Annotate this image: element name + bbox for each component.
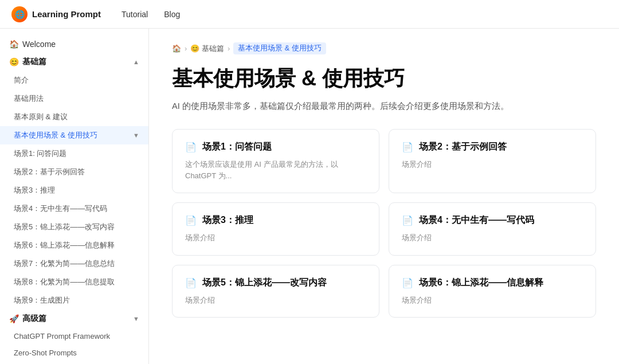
page-description: AI 的使用场景非常多，基础篇仅介绍最最常用的两种。后续会介绍更多使用场景和方法… (172, 100, 596, 113)
breadcrumb: 🏠 › 😊 基础篇 › 基本使用场景 & 使用技巧 (172, 42, 596, 54)
sidebar-item-scene6[interactable]: 场景6：锦上添花——信息解释 (0, 236, 148, 255)
card-scene3-icon: 📄 (185, 215, 197, 226)
card-scene4-desc: 场景介绍 (402, 232, 583, 244)
sidebar-item-principles[interactable]: 基本原则 & 建议 (0, 108, 148, 126)
breadcrumb-home[interactable]: 🏠 (172, 44, 181, 53)
card-scene2-title: 📄 场景2：基于示例回答 (402, 141, 583, 153)
basics-chevron: ▲ (133, 58, 139, 65)
nav-tutorial[interactable]: Tutorial (115, 6, 155, 22)
nav-logo[interactable]: 🌐 Learning Prompt (11, 6, 101, 22)
scenes-chevron: ▼ (133, 132, 139, 139)
card-scene2-desc: 场景介绍 (402, 159, 583, 170)
layout: 🏠 Welcome 😊 基础篇 ▲ 简介 基础用法 基本原则 & 建议 基本使用… (0, 29, 619, 364)
card-scene5-desc: 场景介绍 (185, 295, 366, 306)
advanced-chevron: ▼ (133, 315, 139, 322)
card-scene4[interactable]: 📄 场景4：无中生有——写代码 场景介绍 (389, 202, 596, 256)
card-scene6-desc: 场景介绍 (402, 295, 583, 306)
card-scene5-icon: 📄 (185, 277, 197, 288)
card-scene3-desc: 场景介绍 (185, 232, 366, 244)
card-scene4-icon: 📄 (402, 215, 413, 226)
card-scene6[interactable]: 📄 场景6：锦上添花——信息解释 场景介绍 (389, 265, 596, 318)
sidebar-item-scene3[interactable]: 场景3：推理 (0, 181, 148, 199)
sidebar-section-advanced[interactable]: 🚀 高级篇 ▼ (0, 310, 148, 328)
sidebar: 🏠 Welcome 😊 基础篇 ▲ 简介 基础用法 基本原则 & 建议 基本使用… (0, 29, 149, 364)
card-scene3[interactable]: 📄 场景3：推理 场景介绍 (172, 202, 379, 256)
basics-label: 基础篇 (22, 57, 46, 67)
sidebar-item-scene5[interactable]: 场景5：锦上添花——改写内容 (0, 218, 148, 236)
breadcrumb-sep1: › (185, 44, 187, 53)
card-scene4-title: 📄 场景4：无中生有——写代码 (402, 214, 583, 226)
breadcrumb-section[interactable]: 😊 基础篇 (190, 44, 224, 54)
card-scene6-title: 📄 场景6：锦上添花——信息解释 (402, 277, 583, 289)
breadcrumb-sep2: › (228, 44, 230, 53)
basics-icon: 😊 (9, 57, 19, 66)
sidebar-item-scene7[interactable]: 场景7：化繁为简——信息总结 (0, 255, 148, 273)
page-title: 基本使用场景 & 使用技巧 (172, 66, 596, 91)
main-content: 🏠 › 😊 基础篇 › 基本使用场景 & 使用技巧 基本使用场景 & 使用技巧 … (149, 29, 619, 364)
welcome-label: Welcome (22, 40, 56, 49)
advanced-icon: 🚀 (9, 314, 19, 323)
logo-icon: 🌐 (11, 6, 28, 22)
welcome-icon: 🏠 (9, 40, 19, 49)
nav-blog[interactable]: Blog (157, 6, 187, 22)
sidebar-item-scene9[interactable]: 场景9：生成图片 (0, 291, 148, 310)
card-scene2-icon: 📄 (402, 142, 413, 152)
card-scene2[interactable]: 📄 场景2：基于示例回答 场景介绍 (389, 129, 596, 193)
sidebar-item-basic-scenes[interactable]: 基本使用场景 & 使用技巧 ▼ (0, 126, 148, 144)
sidebar-section-basics[interactable]: 😊 基础篇 ▲ (0, 53, 148, 71)
top-nav: 🌐 Learning Prompt Tutorial Blog (0, 0, 619, 29)
sidebar-item-scene8[interactable]: 场景8：化繁为简——信息提取 (0, 273, 148, 291)
nav-links: Tutorial Blog (115, 6, 187, 22)
card-scene5-title: 📄 场景5：锦上添花——改写内容 (185, 277, 366, 289)
card-scene1-icon: 📄 (185, 142, 197, 152)
sidebar-item-intro[interactable]: 简介 (0, 71, 148, 89)
logo-text: Learning Prompt (32, 9, 101, 19)
card-scene5[interactable]: 📄 场景5：锦上添花——改写内容 场景介绍 (172, 265, 379, 318)
sidebar-item-scene2[interactable]: 场景2：基于示例回答 (0, 163, 148, 181)
sidebar-item-chatgpt-framework[interactable]: ChatGPT Prompt Framework (0, 328, 148, 345)
sidebar-item-zero-shot[interactable]: Zero-Shot Prompts (0, 345, 148, 361)
sidebar-item-basic-usage[interactable]: 基础用法 (0, 89, 148, 108)
card-scene6-icon: 📄 (402, 277, 413, 288)
card-scene1[interactable]: 📄 场景1：问答问题 这个场景应该是使用 AI 产品最常见的方法，以 ChatG… (172, 129, 379, 193)
card-scene3-title: 📄 场景3：推理 (185, 214, 366, 226)
card-grid: 📄 场景1：问答问题 这个场景应该是使用 AI 产品最常见的方法，以 ChatG… (172, 129, 596, 318)
card-scene1-title: 📄 场景1：问答问题 (185, 141, 366, 153)
sidebar-item-scene1[interactable]: 场景1: 问答问题 (0, 144, 148, 163)
sidebar-welcome[interactable]: 🏠 Welcome (0, 36, 148, 53)
card-scene1-desc: 这个场景应该是使用 AI 产品最常见的方法，以 ChatGPT 为... (185, 159, 366, 181)
advanced-label: 高级篇 (22, 314, 46, 324)
breadcrumb-current: 基本使用场景 & 使用技巧 (233, 42, 326, 54)
sidebar-item-scene4[interactable]: 场景4：无中生有——写代码 (0, 199, 148, 218)
sidebar-item-few-shot[interactable]: Few-Shot Prompting (0, 361, 148, 364)
